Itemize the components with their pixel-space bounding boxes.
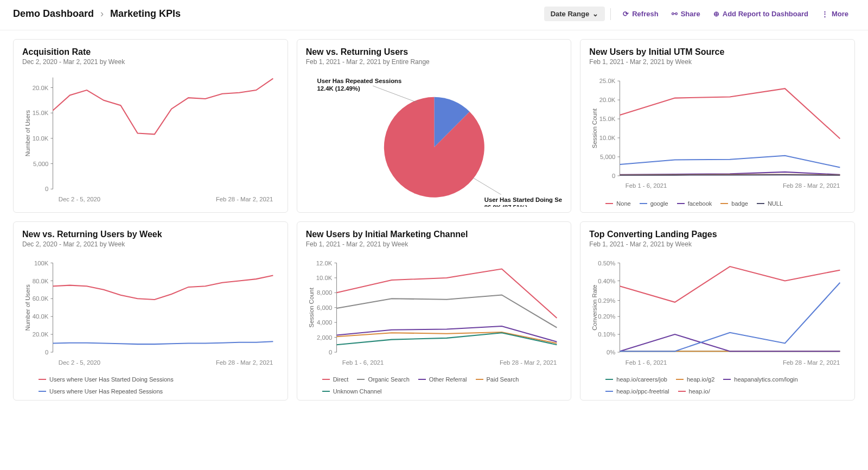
chevron-down-icon: ⌄: [592, 10, 598, 18]
svg-text:15.0K: 15.0K: [599, 116, 616, 122]
legend-label: badge: [731, 200, 748, 207]
svg-text:0: 0: [612, 173, 615, 179]
svg-text:20.0K: 20.0K: [33, 85, 49, 91]
legend-item[interactable]: heap.io/: [678, 388, 710, 395]
svg-text:0: 0: [329, 349, 332, 355]
svg-text:60.0K: 60.0K: [33, 295, 49, 302]
card-marketing-channel[interactable]: New Users by Initial Marketing Channel F…: [297, 221, 572, 401]
svg-text:0: 0: [45, 349, 48, 355]
svg-text:0.10%: 0.10%: [598, 331, 616, 338]
date-range-button[interactable]: Date Range ⌄: [544, 7, 605, 21]
svg-text:User Has Repeated Sessions: User Has Repeated Sessions: [317, 78, 401, 84]
card-utm-source[interactable]: New Users by Initial UTM Source Feb 1, 2…: [580, 39, 855, 213]
svg-text:0.20%: 0.20%: [598, 313, 616, 320]
share-button[interactable]: ⚯ Share: [665, 7, 707, 21]
legend-label: heap.io/: [689, 388, 710, 395]
svg-text:6,000: 6,000: [317, 304, 332, 310]
legend-item[interactable]: google: [640, 200, 668, 207]
legend-label: Organic Search: [368, 376, 409, 383]
card-new-vs-returning[interactable]: New vs. Returning Users Feb 1, 2021 - Ma…: [297, 39, 572, 213]
svg-text:5,000: 5,000: [33, 161, 48, 167]
card-title: New vs. Returning Users by Week: [22, 230, 279, 239]
legend-label: NULL: [768, 200, 783, 207]
legend-label: Users where User Has Started Doing Sessi…: [49, 376, 174, 383]
chart-nvrw: 020.0K40.0K60.0K80.0K100KDec 2 - 5, 2020…: [22, 253, 279, 373]
more-label: More: [832, 10, 848, 18]
svg-text:Feb 1 - 6, 2021: Feb 1 - 6, 2021: [626, 182, 667, 189]
svg-text:Feb 28 - Mar 2, 2021: Feb 28 - Mar 2, 2021: [216, 359, 273, 365]
chart-channel: 02,0004,0006,0008,00010.0K12.0KFeb 1 - 6…: [306, 253, 563, 373]
svg-text:4,000: 4,000: [317, 319, 332, 326]
chart-acquisition-rate: 05,00010.0K15.0K20.0KDec 2 - 5, 2020Feb …: [22, 71, 279, 207]
legend-item[interactable]: heap.io/ppc-freetrial: [605, 388, 669, 395]
legend-item[interactable]: Paid Search: [476, 376, 519, 383]
legend-label: heap.io/g2: [687, 376, 714, 383]
svg-text:Number of Users: Number of Users: [24, 284, 31, 331]
share-icon: ⚯: [672, 10, 678, 18]
legend-item[interactable]: heap.io/g2: [676, 376, 714, 383]
legend-item[interactable]: None: [605, 200, 630, 207]
legend-label: facebook: [688, 200, 712, 207]
legend-item[interactable]: Direct: [322, 376, 349, 383]
svg-text:Session Count: Session Count: [308, 287, 315, 327]
legend-label: google: [650, 200, 668, 207]
legend-label: Other Referral: [429, 376, 467, 383]
breadcrumb-page: Marketing KPIs: [110, 8, 181, 20]
share-label: Share: [681, 10, 700, 18]
card-title: New Users by Initial Marketing Channel: [306, 230, 563, 239]
legend-item[interactable]: heap.io/careers/job: [605, 376, 667, 383]
card-subtitle: Dec 2, 2020 - Mar 2, 2021 by Week: [22, 240, 279, 248]
legend-item[interactable]: NULL: [757, 200, 783, 207]
card-title: New vs. Returning Users: [306, 47, 563, 57]
legend-item[interactable]: Unknown Channel: [322, 388, 382, 395]
refresh-label: Refresh: [632, 10, 658, 18]
refresh-button[interactable]: ⟳ Refresh: [616, 7, 665, 21]
legend-item[interactable]: facebook: [677, 200, 712, 207]
card-subtitle: Feb 1, 2021 - Mar 2, 2021 by Week: [306, 240, 563, 248]
legend-channel: DirectOrganic SearchOther ReferralPaid S…: [306, 376, 563, 395]
breadcrumb-root[interactable]: Demo Dashboard: [13, 8, 94, 20]
svg-text:5,000: 5,000: [600, 154, 615, 160]
card-landing-pages[interactable]: Top Converting Landing Pages Feb 1, 2021…: [580, 221, 855, 401]
legend-item[interactable]: Other Referral: [418, 376, 467, 383]
card-acquisition-rate[interactable]: Acquisition Rate Dec 2, 2020 - Mar 2, 20…: [13, 39, 288, 213]
svg-text:Session Count: Session Count: [592, 108, 598, 148]
card-title: New Users by Initial UTM Source: [589, 47, 846, 57]
legend-label: Unknown Channel: [333, 388, 382, 395]
dashboard-grid: Acquisition Rate Dec 2, 2020 - Mar 2, 20…: [0, 30, 868, 409]
card-subtitle: Feb 1, 2021 - Mar 2, 2021 by Week: [589, 240, 846, 248]
legend-item[interactable]: badge: [720, 200, 748, 207]
plus-circle-icon: ⊕: [713, 10, 719, 18]
svg-text:0.50%: 0.50%: [598, 259, 616, 266]
legend-label: heap.io/ppc-freetrial: [616, 388, 669, 395]
legend-item[interactable]: Organic Search: [357, 376, 409, 383]
svg-text:20.0K: 20.0K: [33, 331, 49, 338]
chevron-right-icon: ›: [100, 8, 104, 20]
svg-text:80.0K: 80.0K: [33, 277, 49, 284]
svg-text:Feb 28 - Mar 2, 2021: Feb 28 - Mar 2, 2021: [216, 196, 273, 202]
svg-text:25.0K: 25.0K: [599, 78, 616, 84]
legend-nvrw: Users where User Has Started Doing Sessi…: [22, 376, 279, 395]
refresh-icon: ⟳: [623, 10, 629, 18]
legend-item[interactable]: heapanalytics.com/login: [723, 376, 797, 383]
more-icon: ⋮: [821, 10, 828, 18]
legend-label: heap.io/careers/job: [616, 376, 667, 383]
legend-label: Paid Search: [487, 376, 519, 383]
svg-text:100K: 100K: [34, 259, 49, 266]
card-title: Acquisition Rate: [22, 47, 279, 57]
chart-landing: 0%0.10%0.20%0.29%0.40%0.50%Feb 1 - 6, 20…: [589, 253, 846, 373]
svg-text:Conversion Rate: Conversion Rate: [592, 284, 598, 330]
legend-label: Users where User Has Repeated Sessions: [49, 388, 163, 395]
add-report-button[interactable]: ⊕ Add Report to Dashboard: [707, 7, 815, 21]
more-button[interactable]: ⋮ More: [815, 7, 855, 21]
chart-new-vs-returning: User Has Repeated Sessions12.4K (12.49%)…: [306, 71, 563, 207]
svg-text:User Has Started Doing Sess…: User Has Started Doing Sess…: [484, 196, 562, 203]
legend-landing: heap.io/careers/jobheap.io/g2heapanalyti…: [589, 376, 846, 395]
svg-text:15.0K: 15.0K: [33, 110, 49, 116]
svg-text:Feb 1 - 6, 2021: Feb 1 - 6, 2021: [342, 359, 384, 365]
card-new-vs-returning-week[interactable]: New vs. Returning Users by Week Dec 2, 2…: [13, 221, 288, 401]
svg-text:Feb 1 - 6, 2021: Feb 1 - 6, 2021: [626, 359, 667, 365]
legend-item[interactable]: Users where User Has Repeated Sessions: [39, 388, 163, 395]
svg-text:10.0K: 10.0K: [33, 135, 49, 142]
legend-item[interactable]: Users where User Has Started Doing Sessi…: [39, 376, 174, 383]
